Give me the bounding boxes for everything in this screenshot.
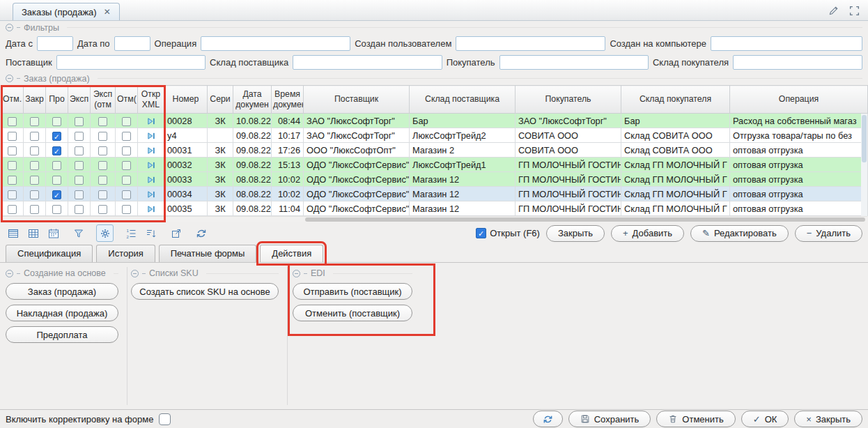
row-flag-checkbox[interactable] [75, 161, 84, 170]
row-flag-checkbox[interactable] [122, 161, 131, 170]
cell-operation[interactable]: оптовая отгрузка [730, 158, 868, 172]
row-flag-checkbox[interactable] [8, 190, 17, 199]
cell-series[interactable]: ЗК [208, 158, 233, 172]
cell-time[interactable]: 11:04 [272, 201, 304, 216]
cell-buyer[interactable]: СОВИТА ООО [516, 143, 621, 158]
cell-buyer[interactable]: ЗАО "ЛюксСофтТорг" [516, 114, 621, 128]
cell-operation[interactable]: оптовая отгрузка [730, 143, 868, 158]
row-flag-checkbox[interactable] [30, 190, 39, 199]
cell-date[interactable]: 08.08.22 [233, 172, 272, 187]
filter-input-buyer[interactable] [499, 55, 649, 70]
row-flag-checkbox[interactable] [75, 205, 84, 214]
sort-icon[interactable] [144, 226, 159, 241]
row-flag-checkbox[interactable] [75, 132, 84, 141]
cell-supplier[interactable]: ОДО "ЛюксСофтСервис" [304, 187, 410, 201]
ok-button[interactable]: ✓ ОК [741, 411, 789, 427]
cell-supplier[interactable]: ЗАО "ЛюксСофтТорг" [304, 114, 410, 128]
cell-supplier[interactable]: ЗАО "ЛюксСофтТорг" [304, 128, 410, 143]
row-flag-checkbox[interactable] [8, 161, 17, 170]
table-row[interactable]: 00033ЗК08.08.2210:02ОДО "ЛюксСофтСервис"… [1, 172, 868, 187]
open-f6-checkbox[interactable]: ✓ [476, 228, 486, 238]
cell-operation[interactable]: оптовая отгрузка [730, 172, 868, 187]
cell-number[interactable]: у4 [164, 128, 208, 143]
cell-date[interactable]: 09.08.22 [233, 158, 272, 172]
row-flag-checkbox[interactable] [8, 117, 17, 126]
column-header-buyer-warehouse[interactable]: Склад покупателя [621, 86, 730, 114]
row-flag-checkbox[interactable] [30, 205, 39, 214]
row-flag-checkbox[interactable] [75, 117, 84, 126]
row-flag-checkbox[interactable] [52, 117, 61, 126]
column-header-export-cancel[interactable]: Эксп (отм [91, 86, 116, 114]
row-flag-checkbox[interactable] [122, 176, 131, 185]
open-xml-icon[interactable] [147, 190, 155, 199]
cell-supplier_warehouse[interactable]: ЛюксСофтТрейд2 [410, 128, 516, 143]
column-header-open-xml[interactable]: Откр XML [138, 86, 164, 114]
cell-supplier_warehouse[interactable]: Магазин 12 [410, 172, 516, 187]
column-header-supplier-warehouse[interactable]: Склад поставщика [410, 86, 516, 114]
row-flag-checkbox[interactable]: ✓ [52, 190, 61, 199]
collapse-icon[interactable] [131, 270, 139, 277]
filter-input-created-by-user[interactable] [456, 36, 605, 51]
cell-time[interactable]: 10:02 [272, 187, 304, 201]
row-flag-checkbox[interactable] [8, 205, 17, 214]
grid-layout-icon[interactable] [26, 226, 41, 241]
tab-close-icon[interactable]: ✕ [104, 7, 111, 17]
filter-input-supplier[interactable] [56, 55, 206, 70]
column-header-series[interactable]: Сери [208, 86, 233, 114]
column-header-cancelled[interactable]: Отм( [116, 86, 138, 114]
numbered-list-icon[interactable]: ​12 [123, 226, 139, 241]
column-header-number[interactable]: Номер [164, 86, 208, 114]
table-row[interactable]: 00035ЗК09.08.2211:04ОДО "ЛюксСофтСервис"… [1, 201, 868, 216]
cell-number[interactable]: 00028 [164, 114, 208, 128]
filter-input-date-from[interactable] [37, 36, 73, 51]
cell-date[interactable]: 09.08.22 [233, 143, 272, 158]
cell-supplier_warehouse[interactable]: ЛюксСофтТрейд1 [410, 158, 516, 172]
cell-buyer[interactable]: ГП МОЛОЧНЫЙ ГОСТИН [516, 158, 621, 172]
cell-supplier[interactable]: ОДО "ЛюксСофтСервис" [304, 201, 410, 216]
cell-series[interactable]: ЗК [208, 143, 233, 158]
row-flag-checkbox[interactable] [98, 146, 107, 155]
cancel-button[interactable]: Отменить [656, 411, 735, 427]
row-flag-checkbox[interactable] [8, 146, 17, 155]
row-flag-checkbox[interactable]: ✓ [52, 132, 61, 141]
cell-time[interactable]: 10:02 [272, 172, 304, 187]
row-flag-checkbox[interactable] [52, 161, 61, 170]
cell-series[interactable]: ЗК [208, 114, 233, 128]
open-xml-icon[interactable] [147, 176, 155, 184]
cell-series[interactable]: ЗК [208, 201, 233, 216]
row-flag-checkbox[interactable] [75, 176, 84, 185]
filter-input-created-on-computer[interactable] [711, 36, 862, 51]
row-flag-checkbox[interactable] [98, 205, 107, 214]
cell-supplier_warehouse[interactable]: Бар [410, 114, 516, 128]
edit-record-button[interactable]: ✎ Редактировать [690, 225, 789, 242]
cell-date[interactable]: 10.08.22 [233, 114, 272, 128]
cell-time[interactable]: 17:26 [272, 143, 304, 158]
row-flag-checkbox[interactable] [98, 117, 107, 126]
collapse-icon[interactable] [6, 24, 13, 31]
cell-buyer[interactable]: ГП МОЛОЧНЫЙ ГОСТИН [516, 172, 621, 187]
column-header-posted[interactable]: Про [46, 86, 68, 114]
column-header-doc-date[interactable]: Дата докумен [233, 86, 272, 114]
collapse-icon[interactable] [6, 270, 13, 277]
delete-button[interactable]: − Удалить [795, 225, 862, 242]
edi-cancel-supplier-button[interactable]: Отменить (поставщик) [293, 305, 412, 321]
cell-series[interactable]: ЗК [208, 187, 233, 201]
cell-buyer_warehouse[interactable]: Склад СОВИТА ООО [621, 143, 730, 158]
cell-operation[interactable]: Расход на собственный магаз [730, 114, 868, 128]
row-flag-checkbox[interactable] [52, 176, 61, 185]
column-header-closed[interactable]: Закр [24, 86, 46, 114]
column-header-supplier[interactable]: Поставщик [304, 86, 410, 114]
form-correction-checkbox[interactable] [159, 413, 171, 425]
vertical-scrollbar-thumb[interactable] [862, 115, 867, 162]
cell-supplier_warehouse[interactable]: Магазин 2 [410, 143, 516, 158]
column-header-exported[interactable]: Эксп [68, 86, 91, 114]
row-flag-checkbox[interactable] [8, 132, 17, 141]
cell-buyer_warehouse[interactable]: Склад ГП МОЛОЧНЫЙ Г [621, 158, 730, 172]
row-flag-checkbox[interactable] [30, 146, 39, 155]
cell-supplier_warehouse[interactable]: Магазин 12 [410, 201, 516, 216]
row-flag-checkbox[interactable]: ✓ [52, 146, 61, 155]
cell-date[interactable]: 09.08.22 [233, 201, 272, 216]
table-row[interactable]: ✓у409.08.2210:17ЗАО "ЛюксСофтТорг"ЛюксСо… [1, 128, 868, 143]
row-flag-checkbox[interactable] [52, 205, 61, 214]
calendar-icon[interactable] [46, 226, 61, 241]
